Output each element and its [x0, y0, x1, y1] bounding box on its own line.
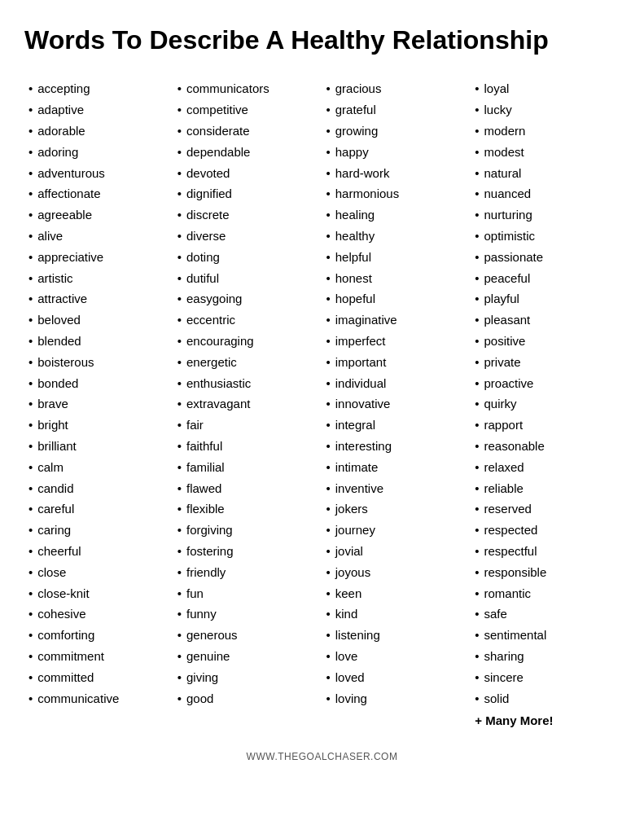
list-item: dignified [177, 183, 318, 204]
list-item: jokers [326, 498, 467, 520]
list-item: hopeful [326, 288, 467, 309]
list-item: romantic [475, 583, 616, 604]
list-item: imaginative [326, 309, 467, 331]
list-item: flawed [177, 478, 318, 499]
list-item: quirky [475, 393, 616, 415]
list-item: safe [475, 604, 616, 625]
list-item: joyous [326, 562, 467, 583]
list-item: bonded [28, 373, 169, 394]
word-column-3: graciousgratefulgrowinghappyhard-workhar… [322, 78, 471, 731]
list-item: funny [177, 604, 318, 625]
list-item: sentimental [475, 625, 616, 646]
list-item: jovial [326, 541, 467, 562]
list-item: gracious [326, 78, 467, 99]
word-column-1: acceptingadaptiveadorableadoringadventur… [24, 78, 173, 731]
list-item: respectful [475, 541, 616, 562]
list-item: nuanced [475, 183, 616, 204]
list-item: sharing [475, 646, 616, 667]
list-item: bright [28, 415, 169, 436]
list-item: fun [177, 583, 318, 604]
list-item: calm [28, 457, 169, 478]
list-item: love [326, 646, 467, 667]
list-item: modern [475, 121, 616, 142]
list-item: adventurous [28, 163, 169, 184]
list-item: responsible [475, 562, 616, 583]
list-item: listening [326, 625, 467, 646]
list-item: growing [326, 121, 467, 142]
list-item: brave [28, 393, 169, 415]
list-item: healthy [326, 226, 467, 247]
list-item: proactive [475, 373, 616, 394]
list-item: nurturing [475, 204, 616, 226]
list-item: cheerful [28, 541, 169, 562]
footer-url: WWW.THEGOALCHASER.COM [24, 751, 620, 762]
list-item: competitive [177, 99, 318, 121]
list-item: familial [177, 457, 318, 478]
list-item: interesting [326, 436, 467, 457]
list-item: generous [177, 625, 318, 646]
list-item: journey [326, 520, 467, 541]
list-item: faithful [177, 436, 318, 457]
list-item: natural [475, 163, 616, 184]
list-item: careful [28, 498, 169, 520]
list-item: artistic [28, 268, 169, 289]
list-item: optimistic [475, 226, 616, 247]
list-item: important [326, 352, 467, 373]
list-item: kind [326, 604, 467, 625]
list-item: energetic [177, 352, 318, 373]
list-item: reserved [475, 498, 616, 520]
list-item: commitment [28, 646, 169, 667]
list-item: extravagant [177, 393, 318, 415]
list-item: appreciative [28, 247, 169, 268]
list-item: loyal [475, 78, 616, 99]
list-item: pleasant [475, 309, 616, 331]
list-item: dependable [177, 142, 318, 163]
list-item: integral [326, 415, 467, 436]
list-item: communicators [177, 78, 318, 99]
list-item: reliable [475, 478, 616, 499]
list-item: playful [475, 288, 616, 309]
list-item: dutiful [177, 268, 318, 289]
list-item: caring [28, 520, 169, 541]
list-item: close [28, 562, 169, 583]
list-item: committed [28, 667, 169, 688]
word-columns: acceptingadaptiveadorableadoringadventur… [24, 78, 620, 731]
list-item: devoted [177, 163, 318, 184]
list-item: rapport [475, 415, 616, 436]
list-item: private [475, 352, 616, 373]
list-item: happy [326, 142, 467, 163]
list-item: modest [475, 142, 616, 163]
list-item: easygoing [177, 288, 318, 309]
list-item: friendly [177, 562, 318, 583]
list-item: blended [28, 331, 169, 352]
list-item: genuine [177, 646, 318, 667]
list-item: fair [177, 415, 318, 436]
list-item: flexible [177, 498, 318, 520]
list-item: respected [475, 520, 616, 541]
list-item: sincere [475, 667, 616, 688]
list-item: forgiving [177, 520, 318, 541]
list-item: accepting [28, 78, 169, 99]
list-item: doting [177, 247, 318, 268]
list-item: diverse [177, 226, 318, 247]
list-item: close-knit [28, 583, 169, 604]
list-item: brilliant [28, 436, 169, 457]
list-item: loved [326, 667, 467, 688]
list-item: relaxed [475, 457, 616, 478]
list-item: fostering [177, 541, 318, 562]
list-item: beloved [28, 309, 169, 331]
list-item: considerate [177, 121, 318, 142]
list-item: giving [177, 667, 318, 688]
list-item: reasonable [475, 436, 616, 457]
list-item: attractive [28, 288, 169, 309]
list-item: eccentric [177, 309, 318, 331]
more-text: + Many More! [475, 710, 616, 731]
list-item: affectionate [28, 183, 169, 204]
list-item: good [177, 688, 318, 709]
list-item: cohesive [28, 604, 169, 625]
list-item: harmonious [326, 183, 467, 204]
list-item: communicative [28, 688, 169, 709]
list-item: adaptive [28, 99, 169, 121]
list-item: innovative [326, 393, 467, 415]
list-item: encouraging [177, 331, 318, 352]
